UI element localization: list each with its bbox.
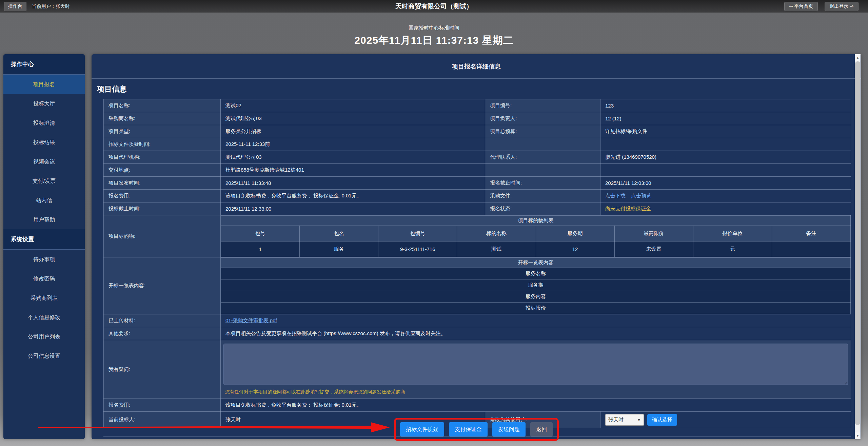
uploaded-file-link[interactable]: 01-采购文件审批表.pdf <box>225 317 277 323</box>
sidebar-item-project-signup[interactable]: 项目报名 <box>3 75 85 94</box>
page-title: 项目报名详细信息 <box>92 54 861 79</box>
field-label: 采购文件: <box>485 190 600 202</box>
opening-row-item: 服务期 <box>221 279 851 291</box>
field-label: 项目标的物: <box>104 215 221 257</box>
question-hint: 您有任何对于本项目的疑问都可以在此处填写提交，系统将会把您的问题发送给采购商 <box>223 389 848 395</box>
field-value: 杜鹃路858号奥克斯缔壹城12栋401 <box>221 164 485 177</box>
platform-home-button[interactable]: ⇦ 平台首页 <box>784 2 818 11</box>
field-label: 采购商名称: <box>104 112 221 125</box>
fee-value: 该项目免收标书费，免收平台服务费； 投标保证金: 0.01元。 <box>221 399 851 412</box>
field-value: 廖先进 (13469070520) <box>600 151 851 164</box>
table-row: 报名费用: 该项目免收标书费，免收平台服务费； 投标保证金: 0.01元。 采购… <box>104 190 851 202</box>
confirm-select-button[interactable]: 确认选择 <box>647 414 677 426</box>
column-header: 服务期 <box>536 226 614 241</box>
sidebar-item-purchaser-list[interactable]: 采购商列表 <box>3 288 85 308</box>
sidebar-item-profile-edit[interactable]: 个人信息修改 <box>3 308 85 327</box>
opening-row: 开标一览表内容: 开标一览表内容 服务名称 服务期 服务内容 投标报价 <box>104 257 851 314</box>
sidebar-item-bidding-hall[interactable]: 投标大厅 <box>3 94 85 113</box>
app-title: 天时商贸有限公司（测试） <box>395 2 473 11</box>
download-link[interactable]: 点击下载 <box>605 193 626 198</box>
sidebar-item-payment-invoice[interactable]: 支付/发票 <box>3 171 85 191</box>
clock: 2025年11月11日 11:37:13 星期二 <box>0 34 868 47</box>
cell-value: 12 <box>536 241 614 257</box>
column-header: 标的名称 <box>457 226 536 241</box>
field-label: 开标一览表内容: <box>104 257 221 314</box>
sidebar-item-bid-results[interactable]: 投标结果 <box>3 133 85 152</box>
standard-time-label: 国家授时中心标准时间 <box>0 13 868 31</box>
sidebar-section-settings: 系统设置 <box>3 229 85 250</box>
field-value: 2025/11/11 12:33:00 <box>221 202 485 215</box>
sidebar-item-company-info[interactable]: 公司信息设置 <box>3 346 85 366</box>
field-label: 报名费用: <box>104 399 221 412</box>
table-row: 招标文件质疑时间: 2025-11-11 12:33前 <box>104 138 851 151</box>
pay-deposit-button[interactable]: 支付保证金 <box>449 422 488 437</box>
field-label: 代理联系人: <box>485 151 600 164</box>
user-select[interactable]: 张天时 ▼ <box>605 414 644 426</box>
user-select-value: 张天时 <box>608 416 624 423</box>
sidebar-item-bid-clarification[interactable]: 投标澄清 <box>3 113 85 133</box>
field-label: 项目总预算: <box>485 125 600 138</box>
field-label: 其他要求: <box>104 327 221 340</box>
sidebar-item-user-help[interactable]: 用户帮助 <box>3 210 85 229</box>
table-row: 已上传材料: 01-采购文件审批表.pdf <box>104 314 851 327</box>
signup-status-link[interactable]: 尚未支付投标保证金 <box>605 206 651 211</box>
opening-row-item: 投标报价 <box>221 303 851 314</box>
cell-value: 测试 <box>457 241 536 257</box>
console-button[interactable]: 操作台 <box>4 2 26 11</box>
table-row: 交付地点: 杜鹃路858号奥克斯缔壹城12栋401 <box>104 164 851 177</box>
subject-table: 项目标的物列表 包号 包名 包编号 标的名称 服务期 最高限价 报价单位 备注 <box>221 215 851 257</box>
field-label: 交付地点: <box>104 164 221 177</box>
column-header: 备注 <box>772 226 850 241</box>
chevron-down-icon: ▼ <box>637 418 641 422</box>
doc-challenge-button[interactable]: 招标文件质疑 <box>400 422 444 437</box>
table-row: 项目代理机构: 测试代理公司03 代理联系人: 廖先进 (13469070520… <box>104 151 851 164</box>
send-question-button[interactable]: 发送问题 <box>492 422 526 437</box>
cell-value <box>772 241 850 257</box>
field-value: 测试代理公司03 <box>221 151 485 164</box>
subject-table-title: 项目标的物列表 <box>221 216 851 226</box>
field-label: 项目名称: <box>104 99 221 112</box>
sidebar-item-video-meeting[interactable]: 视频会议 <box>3 152 85 171</box>
cell-value: 未设置 <box>614 241 693 257</box>
scroll-up-icon[interactable]: ▲ <box>855 54 861 61</box>
scrollbar[interactable]: ▲ ▼ <box>855 54 861 439</box>
empty-label-cell <box>485 164 600 177</box>
sidebar-section-operations: 操作中心 <box>3 54 85 75</box>
empty-value-cell <box>600 164 851 177</box>
question-row: 我有疑问: 您有任何对于本项目的疑问都可以在此处填写提交，系统将会把您的问题发送… <box>104 340 851 399</box>
section-title: 项目信息 <box>97 84 861 94</box>
column-header: 最高限价 <box>614 226 693 241</box>
cell-value: 元 <box>693 241 772 257</box>
field-value: 详见招标/采购文件 <box>600 125 851 138</box>
field-value: 测试代理公司03 <box>221 112 485 125</box>
sidebar: 操作中心 项目报名 投标大厅 投标澄清 投标结果 视频会议 支付/发票 站内信 … <box>3 54 85 439</box>
project-info-table: 项目名称: 测试02 项目编号: 123 采购商名称: 测试代理公司03 项目负… <box>103 99 851 428</box>
table-row: 投标截止时间: 2025/11/11 12:33:00 报名状态: 尚未支付投标… <box>104 202 851 215</box>
sidebar-item-todo[interactable]: 待办事项 <box>3 250 85 269</box>
field-label: 项目发布时间: <box>104 177 221 190</box>
empty-value-cell <box>600 138 851 151</box>
table-row: 报名费用: 该项目免收标书费，免收平台服务费； 投标保证金: 0.01元。 <box>104 399 851 412</box>
field-label: 项目代理机构: <box>104 151 221 164</box>
field-label: 报名状态: <box>485 202 600 215</box>
opening-row-item: 服务内容 <box>221 291 851 303</box>
cell-value: 服务 <box>300 241 378 257</box>
sidebar-item-site-message[interactable]: 站内信 <box>3 191 85 210</box>
column-header: 包名 <box>300 226 378 241</box>
back-button[interactable]: 返回 <box>530 422 553 437</box>
field-label: 项目编号: <box>485 99 600 112</box>
scrollbar-thumb[interactable] <box>855 61 860 425</box>
field-label: 当前投标人: <box>104 412 221 428</box>
sidebar-item-company-users[interactable]: 公司用户列表 <box>3 327 85 346</box>
logout-button[interactable]: 退出登录 ⇨ <box>825 2 859 11</box>
question-textarea[interactable] <box>223 344 848 385</box>
table-row: 其他要求: 本项目相关公告及变更事项在招采测试平台 (https://www.c… <box>104 327 851 340</box>
table-row: 项目类型: 服务类公开招标 项目总预算: 详见招标/采购文件 <box>104 125 851 138</box>
field-value: 123 <box>600 99 851 112</box>
sidebar-item-change-password[interactable]: 修改密码 <box>3 269 85 288</box>
field-label: 招标文件质疑时间: <box>104 138 221 151</box>
field-value: 2025/11/11 11:33:48 <box>221 177 485 190</box>
scroll-down-icon[interactable]: ▼ <box>855 432 861 439</box>
preview-link[interactable]: 点击预览 <box>631 193 651 198</box>
topbar-actions: ⇦ 平台首页 退出登录 ⇨ <box>784 2 859 11</box>
